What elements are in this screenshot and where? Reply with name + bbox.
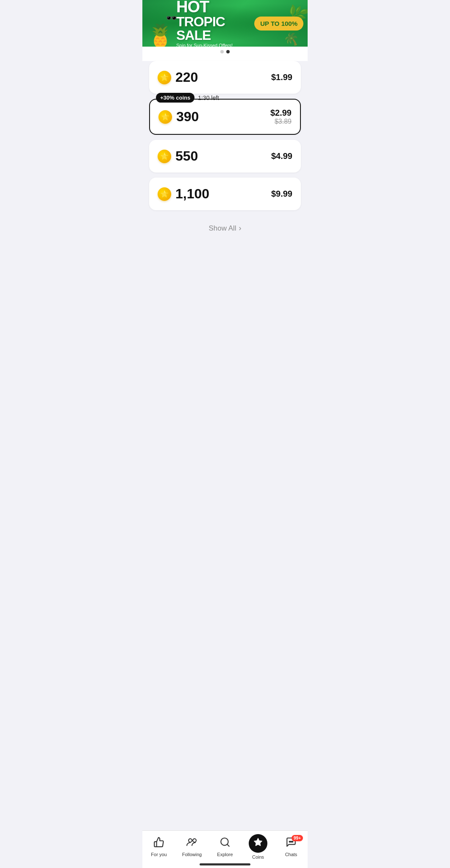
coin-card-left-220: ⭐ 220 (158, 70, 198, 85)
coin-card-left-390: ⭐ 390 (158, 109, 199, 125)
banner-text: HOT TROPIC SALE Spin for Sun-Kissed Offe… (176, 0, 254, 47)
svg-point-1 (193, 839, 196, 842)
pineapple-icon: 🍍 (147, 25, 174, 47)
nav-item-following[interactable]: Following (179, 837, 205, 857)
coin-amount-550: 550 (175, 148, 198, 164)
coin-card-left-550: ⭐ 550 (158, 148, 198, 164)
home-indicator (200, 863, 250, 865)
coin-icon-1100: ⭐ (158, 187, 171, 201)
coin-price-original-390: $3.89 (270, 118, 292, 125)
promo-label-390: +30% coins 1:30 left (156, 93, 224, 103)
banner-dots (142, 47, 308, 57)
banner-dot-1[interactable] (220, 50, 224, 53)
thumbs-up-icon (153, 837, 164, 850)
banner-title-line1: HOT (176, 0, 254, 15)
promo-badge-390: +30% coins (156, 93, 194, 103)
chats-badge: 99+ (292, 835, 303, 841)
show-all-label: Show All (208, 224, 236, 233)
coin-card-390[interactable]: ⭐ 390 $2.99 $3.89 (149, 99, 301, 135)
chevron-right-icon: › (239, 224, 242, 233)
banner-subtitle: Spin for Sun-Kissed Offers! (176, 43, 254, 47)
nav-item-chats[interactable]: 99+ Chats (278, 837, 304, 857)
coin-price-area-390: $2.99 $3.89 (270, 108, 292, 125)
show-all-button[interactable]: Show All › (149, 215, 301, 237)
banner-container: 🌿 🌴 🍍 🕶️ HOT TROPIC SALE Spin for Sun-Ki… (142, 0, 308, 61)
coin-price-390: $2.99 (270, 108, 292, 118)
svg-line-3 (227, 844, 229, 846)
banner-dot-2[interactable] (226, 50, 230, 53)
banner-badge-text: UP TO 100% (260, 20, 297, 27)
coin-amount-1100: 1,100 (175, 186, 209, 202)
banner-title-line2: TROPIC SALE (176, 15, 254, 42)
coin-icon-550: ⭐ (158, 150, 171, 163)
coin-icon-390: ⭐ (158, 110, 172, 124)
coin-price-1100: $9.99 (271, 189, 292, 199)
coin-card-left-1100: ⭐ 1,100 (158, 186, 209, 202)
svg-point-5 (289, 841, 290, 842)
coin-price-550: $4.99 (271, 151, 292, 161)
nav-item-coins[interactable]: Coins (245, 834, 271, 860)
svg-point-6 (291, 841, 292, 842)
coin-card-1100[interactable]: ⭐ 1,100 $9.99 (149, 178, 301, 210)
following-icon (186, 837, 198, 850)
banner-badge[interactable]: UP TO 100% (254, 17, 303, 31)
svg-point-7 (292, 841, 293, 842)
star-icon (253, 837, 263, 849)
promo-timer-390: 1:30 left (198, 95, 219, 101)
coin-price-area-1100: $9.99 (271, 189, 292, 199)
svg-marker-4 (254, 838, 262, 846)
nav-label-for-you: For you (151, 852, 167, 857)
nav-label-chats: Chats (285, 852, 297, 857)
coins-icon-active-bg (249, 834, 267, 853)
sunglasses-icon: 🕶️ (166, 13, 177, 24)
coin-price-area-550: $4.99 (271, 151, 292, 161)
banner[interactable]: 🌿 🌴 🍍 🕶️ HOT TROPIC SALE Spin for Sun-Ki… (142, 0, 308, 47)
coin-card-220[interactable]: ⭐ 220 $1.99 (149, 61, 301, 94)
coin-card-550[interactable]: ⭐ 550 $4.99 (149, 140, 301, 172)
promo-wrapper-390: +30% coins 1:30 left ⭐ 390 $2.99 $3.89 (149, 99, 301, 135)
nav-label-coins: Coins (252, 854, 264, 860)
coin-amount-390: 390 (176, 109, 199, 125)
svg-point-0 (189, 839, 192, 842)
main-content: ⭐ 220 $1.99 +30% coins 1:30 left ⭐ 390 $… (142, 61, 308, 279)
coin-price-220: $1.99 (271, 72, 292, 82)
nav-item-for-you[interactable]: For you (146, 837, 172, 857)
coin-amount-220: 220 (175, 70, 198, 85)
nav-label-explore: Explore (217, 852, 233, 857)
nav-label-following: Following (182, 852, 202, 857)
search-icon (219, 837, 231, 850)
coin-price-area-220: $1.99 (271, 72, 292, 82)
coin-icon-220: ⭐ (158, 71, 171, 84)
bottom-nav: For you Following Explore (142, 830, 308, 868)
nav-item-explore[interactable]: Explore (212, 837, 238, 857)
